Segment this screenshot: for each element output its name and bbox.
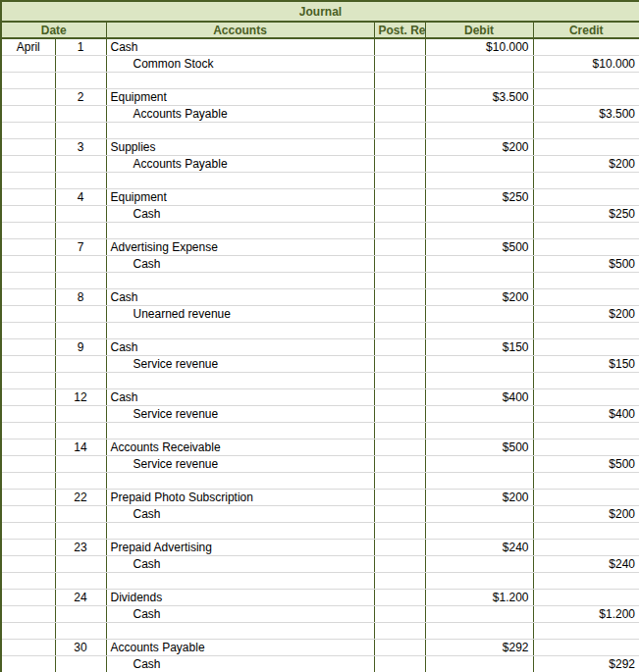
cell-debit[interactable] [425,256,533,273]
cell-month[interactable] [1,223,55,239]
cell-account[interactable]: Accounts Payable [106,156,374,173]
cell-account[interactable]: Common Stock [106,56,374,73]
cell-credit[interactable] [533,473,639,490]
cell-day[interactable] [55,373,106,389]
cell-debit[interactable]: $500 [425,439,533,456]
cell-post-ref[interactable] [374,373,425,389]
cell-post-ref[interactable] [374,540,425,556]
cell-post-ref[interactable] [374,306,425,323]
cell-account[interactable]: Prepaid Advertising [106,540,374,556]
cell-debit[interactable] [425,373,533,389]
cell-account[interactable]: Cash [106,289,374,306]
cell-credit[interactable] [533,73,639,89]
cell-day[interactable]: 2 [55,89,106,106]
cell-credit[interactable]: $3.500 [533,106,639,123]
cell-day[interactable]: 7 [55,239,106,256]
cell-day[interactable] [55,106,106,123]
cell-month[interactable] [1,439,55,456]
cell-month[interactable] [1,656,55,672]
cell-post-ref[interactable] [374,38,425,56]
cell-day[interactable] [55,56,106,73]
cell-debit[interactable] [425,656,533,672]
cell-month[interactable] [1,289,55,306]
cell-post-ref[interactable] [374,506,425,523]
cell-account[interactable]: Service revenue [106,456,374,473]
cell-post-ref[interactable] [374,123,425,139]
cell-credit[interactable] [533,490,639,506]
cell-post-ref[interactable] [374,423,425,439]
cell-month[interactable] [1,239,55,256]
cell-credit[interactable]: $200 [533,506,639,523]
cell-month[interactable] [1,473,55,490]
cell-account[interactable]: Cash [106,256,374,273]
cell-day[interactable]: 4 [55,189,106,206]
cell-account[interactable] [106,223,374,239]
cell-credit[interactable] [533,239,639,256]
cell-post-ref[interactable] [374,573,425,590]
cell-debit[interactable]: $3.500 [425,89,533,106]
cell-credit[interactable]: $200 [533,306,639,323]
cell-day[interactable] [55,256,106,273]
cell-day[interactable] [55,456,106,473]
cell-day[interactable] [55,323,106,339]
cell-post-ref[interactable] [374,339,425,356]
cell-month[interactable] [1,373,55,389]
cell-account[interactable]: Dividends [106,590,374,606]
cell-debit[interactable] [425,323,533,339]
cell-day[interactable]: 12 [55,389,106,406]
cell-post-ref[interactable] [374,173,425,189]
cell-month[interactable] [1,89,55,106]
cell-account[interactable] [106,573,374,590]
cell-credit[interactable]: $292 [533,656,639,672]
cell-month[interactable] [1,256,55,273]
cell-month[interactable]: April [1,38,55,56]
cell-credit[interactable] [533,540,639,556]
cell-debit[interactable] [425,356,533,373]
cell-credit[interactable] [533,373,639,389]
cell-day[interactable]: 30 [55,640,106,656]
cell-month[interactable] [1,606,55,623]
cell-account[interactable]: Prepaid Photo Subscription [106,490,374,506]
cell-debit[interactable] [425,423,533,439]
cell-debit[interactable]: $240 [425,540,533,556]
cell-post-ref[interactable] [374,256,425,273]
cell-day[interactable] [55,206,106,223]
cell-month[interactable] [1,156,55,173]
cell-credit[interactable] [533,523,639,540]
cell-credit[interactable] [533,289,639,306]
cell-debit[interactable] [425,306,533,323]
cell-credit[interactable]: $500 [533,256,639,273]
cell-credit[interactable] [533,223,639,239]
cell-month[interactable] [1,640,55,656]
cell-post-ref[interactable] [374,273,425,289]
cell-credit[interactable]: $250 [533,206,639,223]
cell-day[interactable] [55,223,106,239]
cell-month[interactable] [1,139,55,156]
cell-post-ref[interactable] [374,89,425,106]
cell-account[interactable] [106,423,374,439]
cell-account[interactable]: Advertising Expense [106,239,374,256]
cell-debit[interactable] [425,606,533,623]
cell-day[interactable] [55,623,106,640]
cell-credit[interactable] [533,273,639,289]
cell-credit[interactable] [533,423,639,439]
cell-account[interactable]: Cash [106,606,374,623]
cell-day[interactable]: 1 [55,38,106,56]
cell-debit[interactable] [425,406,533,423]
cell-account[interactable]: Cash [106,38,374,56]
cell-debit[interactable] [425,273,533,289]
cell-account[interactable] [106,323,374,339]
cell-credit[interactable] [533,38,639,56]
cell-debit[interactable] [425,123,533,139]
cell-month[interactable] [1,573,55,590]
cell-post-ref[interactable] [374,490,425,506]
cell-day[interactable]: 9 [55,339,106,356]
cell-day[interactable] [55,406,106,423]
cell-debit[interactable]: $200 [425,490,533,506]
cell-month[interactable] [1,323,55,339]
cell-month[interactable] [1,623,55,640]
cell-day[interactable] [55,656,106,672]
cell-debit[interactable] [425,506,533,523]
cell-month[interactable] [1,389,55,406]
cell-post-ref[interactable] [374,640,425,656]
